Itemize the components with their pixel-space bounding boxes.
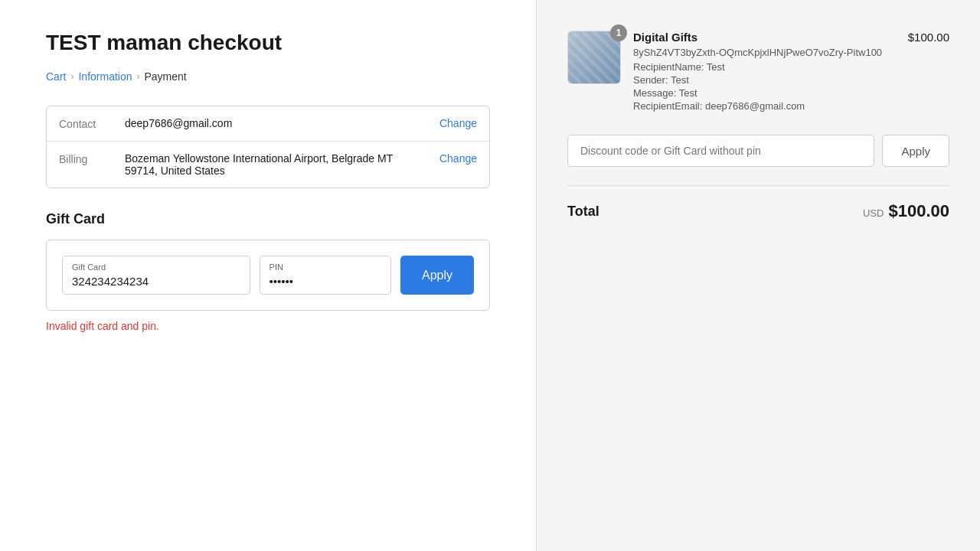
product-message: Message: Test xyxy=(633,87,896,99)
total-currency: USD xyxy=(863,207,884,219)
product-badge: 1 xyxy=(610,24,627,41)
discount-input[interactable] xyxy=(567,135,874,167)
discount-row: Apply xyxy=(567,135,949,167)
contact-row: Contact deep7686@gmail.com Change xyxy=(47,106,489,141)
gift-card-error: Invalid gift card and pin. xyxy=(46,320,490,332)
total-row: Total USD $100.00 xyxy=(567,201,949,221)
breadcrumb-payment: Payment xyxy=(145,70,187,83)
gift-card-section-title: Gift Card xyxy=(46,211,490,227)
breadcrumb-information[interactable]: Information xyxy=(78,70,132,83)
billing-row: Billing Bozeman Yellowstone Internationa… xyxy=(47,141,489,187)
breadcrumb: Cart › Information › Payment xyxy=(46,70,490,83)
info-box: Contact deep7686@gmail.com Change Billin… xyxy=(46,106,490,188)
pin-input-label: PIN xyxy=(270,262,381,272)
breadcrumb-sep-1: › xyxy=(70,71,74,82)
gift-card-apply-button[interactable]: Apply xyxy=(400,256,474,295)
pin-input-group: PIN xyxy=(260,256,391,295)
pin-input[interactable] xyxy=(270,275,381,288)
billing-label: Billing xyxy=(59,152,113,165)
product-details: Digital Gifts 8yShZ4VT3byZxth-OQmcKpjxlH… xyxy=(633,31,896,113)
total-amount: $100.00 xyxy=(888,201,949,221)
billing-change-link[interactable]: Change xyxy=(439,152,477,165)
product-image-wrap: 1 xyxy=(567,31,621,84)
gift-card-box: Gift Card PIN Apply xyxy=(46,240,490,311)
total-amount-wrap: USD $100.00 xyxy=(863,201,949,221)
breadcrumb-cart[interactable]: Cart xyxy=(46,70,66,83)
product-sender: Sender: Test xyxy=(633,74,896,86)
store-title: TEST maman checkout xyxy=(46,31,490,55)
discount-apply-button[interactable]: Apply xyxy=(882,135,949,167)
left-panel: TEST maman checkout Cart › Information ›… xyxy=(0,0,536,551)
contact-label: Contact xyxy=(59,117,113,130)
product-name: Digital Gifts xyxy=(633,31,896,44)
product-recipient-email: RecipientEmail: deep7686@gmail.com xyxy=(633,100,896,112)
gift-card-input[interactable] xyxy=(72,275,240,288)
gift-card-inputs: Gift Card PIN Apply xyxy=(62,256,474,295)
billing-value: Bozeman Yellowstone International Airpor… xyxy=(125,152,427,177)
gift-card-input-label: Gift Card xyxy=(72,262,240,272)
product-item: 1 Digital Gifts 8yShZ4VT3byZxth-OQmcKpjx… xyxy=(567,31,949,113)
product-sku: 8yShZ4VT3byZxth-OQmcKpjxlHNjPweO7voZry-P… xyxy=(633,47,896,58)
contact-change-link[interactable]: Change xyxy=(439,117,477,129)
contact-value: deep7686@gmail.com xyxy=(125,117,427,129)
total-divider xyxy=(567,185,949,186)
right-panel: 1 Digital Gifts 8yShZ4VT3byZxth-OQmcKpjx… xyxy=(536,0,980,551)
gift-card-input-group: Gift Card xyxy=(62,256,250,295)
product-price: $100.00 xyxy=(908,31,949,44)
product-recipient-name: RecipientName: Test xyxy=(633,61,896,73)
breadcrumb-sep-2: › xyxy=(137,71,140,82)
total-label: Total xyxy=(567,204,599,220)
